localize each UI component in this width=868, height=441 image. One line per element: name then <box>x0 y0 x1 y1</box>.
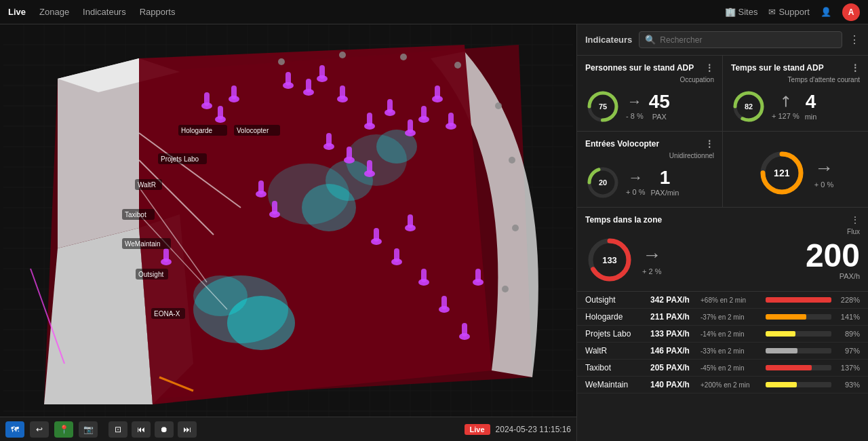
card1-arrow: → <box>627 93 642 111</box>
card1-change: - 8 % <box>626 112 644 120</box>
svg-rect-88 <box>326 133 332 147</box>
nav-indicateurs[interactable]: Indicateurs <box>83 7 126 17</box>
svg-text:WaltR: WaltR <box>138 181 156 189</box>
svg-text:Outsight: Outsight <box>138 271 163 278</box>
row-bar <box>766 297 831 303</box>
btn-play[interactable]: ⏺ <box>155 421 174 438</box>
btn-location[interactable]: 📍 <box>54 421 73 438</box>
card2-arrow-col: ↗ + 127 % <box>772 93 800 120</box>
map-area: Hologarde Volocopter Projets Labo WaltR … <box>0 24 576 441</box>
card1-metric-col: 45 PAX <box>649 92 670 121</box>
card2-menu[interactable]: ⋮ <box>850 62 860 73</box>
row-change: -14% en 2 min <box>701 330 762 338</box>
card1-gauge: 75 <box>585 89 620 124</box>
row-change: -45% en 2 min <box>701 364 762 372</box>
row-value: 211 PAX/h <box>650 312 696 322</box>
main-layout: Hologarde Volocopter Projets Labo WaltR … <box>0 24 868 441</box>
row-bar-wrap <box>766 348 831 353</box>
nav-right: 🏢 Sites ✉ Support 👤 A <box>725 3 860 21</box>
search-box[interactable]: 🔍 <box>639 31 842 48</box>
row-bar <box>766 331 795 337</box>
row-value: 133 PAX/h <box>650 329 696 339</box>
card3-gauge: 20 <box>585 165 620 200</box>
panel-header: Indicateurs 🔍 ⋮ <box>577 24 868 56</box>
row-value: 140 PAX/h <box>650 380 696 389</box>
panel-menu-icon[interactable]: ⋮ <box>849 33 860 46</box>
btn-next[interactable]: ⏭ <box>178 421 197 438</box>
svg-text:WeMaintain: WeMaintain <box>125 240 161 248</box>
card1-unit: PAX <box>652 113 667 121</box>
card3-arrow: → <box>628 169 643 187</box>
card4-value: 121 <box>774 168 789 178</box>
timeline-bar: 🗺 ↩ 📍 📷 ⊡ ⏮ ⏺ ⏭ Live 2024-05-23 11:15:16 <box>0 417 576 441</box>
card2-title: Temps sur le stand ADP ⋮ <box>731 62 860 73</box>
btn-map[interactable]: 🗺 <box>5 421 24 438</box>
svg-rect-110 <box>475 269 481 282</box>
btn-rewind[interactable]: ↩ <box>30 421 49 438</box>
card4-right: → + 0 % <box>814 157 833 189</box>
nav-sites[interactable]: 🏢 Sites <box>725 7 758 17</box>
card3-menu[interactable]: ⋮ <box>705 138 714 149</box>
svg-point-120 <box>502 286 509 292</box>
svg-rect-98 <box>374 228 379 242</box>
row-percent: 137% <box>835 364 860 372</box>
btn-camera[interactable]: 📷 <box>79 421 98 438</box>
zone-content: 133 → + 2 % 200 PAX/h <box>585 235 860 284</box>
card1-title: Personnes sur le stand ADP ⋮ <box>585 62 714 73</box>
svg-text:Volocopter: Volocopter <box>237 127 269 134</box>
row-percent: 97% <box>835 347 860 355</box>
svg-rect-70 <box>306 79 311 92</box>
card3-metric-col: 1 PAX/min <box>650 168 679 197</box>
avatar[interactable]: A <box>842 3 860 21</box>
nav-user[interactable]: 👤 <box>821 7 831 17</box>
table-row: Taxibot 205 PAX/h -45% en 2 min 137% <box>577 360 868 377</box>
card2-arrow: ↗ <box>775 91 796 112</box>
card1-menu[interactable]: ⋮ <box>705 62 714 73</box>
search-icon: 🔍 <box>645 35 656 45</box>
user-icon: 👤 <box>821 7 831 17</box>
svg-rect-96 <box>272 201 277 214</box>
zone-change: + 2 % <box>642 267 661 275</box>
nav-live[interactable]: Live <box>8 7 26 17</box>
nav-support[interactable]: ✉ Support <box>768 7 810 17</box>
svg-marker-50 <box>44 228 153 404</box>
row-value: 146 PAX/h <box>650 346 696 356</box>
btn-prev[interactable]: ⏮ <box>132 421 151 438</box>
svg-point-116 <box>454 62 461 69</box>
table-row: Projets Labo 133 PAX/h -14% en 2 min 89% <box>577 326 868 343</box>
row-value: 205 PAX/h <box>650 363 696 372</box>
card3-unit: PAX/min <box>650 189 679 197</box>
row-name: Projets Labo <box>585 329 646 339</box>
row-bar-wrap <box>766 331 831 337</box>
svg-rect-90 <box>347 147 352 160</box>
row-name: Hologarde <box>585 312 646 322</box>
nav-zonage[interactable]: Zonage <box>39 7 69 17</box>
card2-subtitle: Temps d'attente courant <box>731 76 860 83</box>
svg-rect-78 <box>387 99 393 113</box>
zone-menu[interactable]: ⋮ <box>850 214 860 225</box>
search-input[interactable] <box>660 35 836 45</box>
row-change: -33% en 2 min <box>701 347 762 355</box>
card2-change: + 127 % <box>772 112 800 120</box>
row-percent: 141% <box>835 313 860 321</box>
svg-text:Hologarde: Hologarde <box>181 127 213 134</box>
panel-tab[interactable]: Indicateurs <box>585 35 632 45</box>
map-svg: Hologarde Volocopter Projets Labo WaltR … <box>0 24 576 441</box>
btn-fit[interactable]: ⊡ <box>108 421 127 438</box>
svg-rect-102 <box>408 214 413 228</box>
svg-rect-100 <box>394 248 399 262</box>
svg-point-113 <box>278 58 285 65</box>
svg-point-119 <box>512 225 519 231</box>
zone-arrow-col: → + 2 % <box>642 244 661 275</box>
zone-big-value: 200 <box>669 239 860 272</box>
card4-change: + 0 % <box>814 180 833 189</box>
zone-section: Temps dans la zone ⋮ Flux 133 → + 2 % <box>577 208 868 292</box>
row-bar <box>766 314 806 320</box>
entrees-row: Entrées Volocopter ⋮ Unidirectionnel 20 <box>577 132 868 208</box>
nav-rapports[interactable]: Rapports <box>140 7 176 17</box>
live-badge[interactable]: Live <box>465 424 490 435</box>
zone-arrow: → <box>642 244 661 266</box>
card-orange-gauge: 121 → + 0 % <box>723 132 868 207</box>
svg-text:Projets Labo: Projets Labo <box>161 155 199 163</box>
card1-arrow-col: → - 8 % <box>626 93 644 120</box>
